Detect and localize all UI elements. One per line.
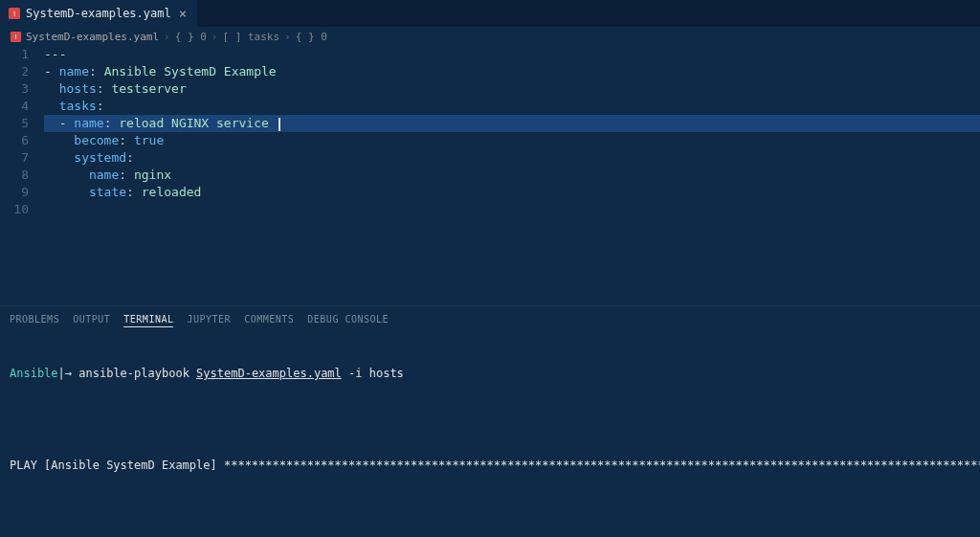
code-editor[interactable]: 12345678910 ---- name: Ansible SystemD E… xyxy=(0,46,980,305)
panel-tabs: PROBLEMS OUTPUT TERMINAL JUPYTER COMMENT… xyxy=(0,306,980,331)
tab-comments[interactable]: COMMENTS xyxy=(244,312,294,327)
tab-debug[interactable]: DEBUG CONSOLE xyxy=(307,312,389,327)
code-line[interactable]: tasks: xyxy=(44,98,980,115)
svg-text:!: ! xyxy=(14,33,16,41)
line-number: 4 xyxy=(0,98,29,115)
breadcrumb-seg2[interactable]: [ ] tasks xyxy=(222,31,279,43)
tab-problems[interactable]: PROBLEMS xyxy=(10,312,59,327)
editor-tab[interactable]: ! SystemD-examples.yaml × xyxy=(0,0,197,27)
breadcrumb-filename[interactable]: SystemD-examples.yaml xyxy=(26,31,159,43)
cmd-file: SystemD-examples.yaml xyxy=(196,367,342,380)
svg-text:!: ! xyxy=(13,10,15,18)
editor-tab-label: SystemD-examples.yaml xyxy=(26,7,171,20)
breadcrumb: ! SystemD-examples.yaml › { } 0 › [ ] ta… xyxy=(0,27,980,46)
line-number: 5 xyxy=(0,115,29,132)
code-line[interactable]: hosts: testserver xyxy=(44,80,980,98)
code-line[interactable]: become: true xyxy=(44,132,980,149)
code-line[interactable]: systemd: xyxy=(44,149,980,167)
breadcrumb-seg3[interactable]: { } 0 xyxy=(296,31,327,43)
yaml-file-icon: ! xyxy=(8,7,21,20)
play-header: PLAY [Ansible SystemD Example] xyxy=(10,459,224,472)
chevron-right-icon: › xyxy=(163,31,171,43)
breadcrumb-seg1[interactable]: { } 0 xyxy=(175,31,207,43)
line-number: 3 xyxy=(0,80,29,98)
line-gutter: 12345678910 xyxy=(0,46,44,305)
code-line[interactable]: - name: reload NGINX service xyxy=(44,115,980,132)
code-content[interactable]: ---- name: Ansible SystemD Example hosts… xyxy=(44,46,980,305)
code-line[interactable]: state: reloaded xyxy=(44,184,980,201)
line-number: 9 xyxy=(0,184,29,201)
stars: ****************************************… xyxy=(224,459,980,472)
bottom-panel: PROBLEMS OUTPUT TERMINAL JUPYTER COMMENT… xyxy=(0,305,980,537)
code-line[interactable]: name: nginx xyxy=(44,167,980,184)
code-line[interactable]: --- xyxy=(44,46,980,63)
chevron-right-icon: › xyxy=(283,31,292,43)
chevron-right-icon: › xyxy=(211,31,219,43)
prompt-project: Ansible xyxy=(10,367,58,380)
line-number: 10 xyxy=(0,201,29,218)
line-number: 8 xyxy=(0,167,29,184)
code-line[interactable]: - name: Ansible SystemD Example xyxy=(44,63,980,80)
tab-terminal[interactable]: TERMINAL xyxy=(123,312,173,327)
code-line[interactable] xyxy=(44,201,980,218)
line-number: 1 xyxy=(0,46,29,63)
line-number: 7 xyxy=(0,149,29,167)
cmd-suffix: -i hosts xyxy=(342,367,404,380)
prompt-sep: |→ xyxy=(58,367,79,380)
close-icon[interactable]: × xyxy=(176,6,189,21)
tab-output[interactable]: OUTPUT xyxy=(73,312,110,327)
yaml-file-icon: ! xyxy=(10,31,22,43)
terminal-output[interactable]: Ansible|→ ansible-playbook SystemD-examp… xyxy=(0,331,980,537)
tab-jupyter[interactable]: JUPYTER xyxy=(187,312,231,327)
tab-bar: ! SystemD-examples.yaml × xyxy=(0,0,980,27)
cmd-prefix: ansible-playbook xyxy=(78,367,196,380)
line-number: 2 xyxy=(0,63,29,80)
line-number: 6 xyxy=(0,132,29,149)
